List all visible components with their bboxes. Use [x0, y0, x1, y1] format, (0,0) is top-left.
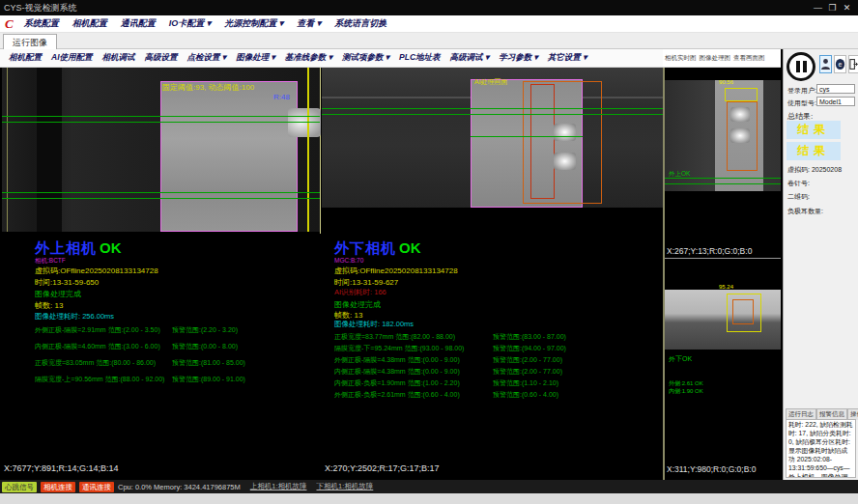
measure-row: 内侧正极-隔膜=4.60mm 范围:(3.00 - 6.00) 预警范围:(0.…	[35, 342, 325, 358]
account-badge-button[interactable]: e	[834, 55, 846, 73]
window-bottom-edge	[0, 493, 858, 504]
process-status: 图像处理完成	[334, 299, 381, 310]
app-logo-icon: C	[5, 16, 14, 32]
measure-rows-lower: 正极宽度=83.77mm 范围:(82.00 - 88.00) 预警范围:(83…	[334, 332, 653, 402]
toolbar-item[interactable]: 其它设置 ▾	[543, 52, 592, 64]
toolbar-item[interactable]: 测试项参数 ▾	[337, 52, 394, 64]
camera-name: 外上相机	[35, 239, 97, 256]
result-title-upper: 外上相机OK	[35, 239, 122, 258]
barcode-text: 虚拟码:OFfline20250208133134728	[334, 266, 458, 276]
tab-clip-blob	[554, 124, 576, 141]
menu-item[interactable]: 相机配置	[66, 17, 114, 30]
warning-range: 预警范围:(2.00 - 77.00)	[493, 355, 562, 365]
qr-code-label: 二维码:	[787, 192, 810, 202]
login-user-field[interactable]: cys	[816, 84, 855, 94]
minimize-button[interactable]: —	[811, 3, 825, 13]
ai-frame-label: AI处理画面	[474, 77, 508, 87]
exit-button[interactable]	[848, 55, 858, 73]
roi-rectangle	[160, 81, 298, 232]
measure-row: 外侧正极-隔膜=2.91mm 范围:(2.00 - 3.50) 预警范围:(2.…	[35, 325, 325, 342]
thumb-result-lines: 外侧:2.61 OK内侧:1.90 OK	[669, 379, 703, 395]
toolbar-item[interactable]: 相机调试	[98, 52, 140, 64]
virtual-code-value: 20250208	[812, 166, 842, 173]
detect-box-yellow	[725, 88, 758, 101]
baseline	[322, 108, 663, 109]
roi-id-overlay: R:48	[273, 93, 290, 101]
toolbar-item[interactable]: 高级设置	[140, 52, 183, 64]
preview-header-label[interactable]: 图像处理图	[700, 54, 731, 63]
ai-elapsed: AI识别耗时: 166	[334, 288, 386, 297]
thumbnail-upper-camera[interactable]: 90.56 外上OK X:267;Y:13;R:0;G:0;B:0	[665, 68, 781, 259]
measure-value: 内侧正极-负极=1.90mm 范围:(1.00 - 2.20)	[334, 379, 460, 386]
thumb-ok-text: 外下OK	[669, 354, 692, 364]
measure-value: 正极宽度=83.77mm 范围:(82.00 - 88.00)	[334, 333, 455, 340]
baseline	[2, 198, 320, 199]
app-window: CYS-视觉检测系统 — ❐ ✕ C 系统配置相机配置通讯配置IO卡配置 ▾光源…	[0, 0, 858, 504]
menu-item[interactable]: 系统语言切换	[328, 17, 393, 30]
toolbar-item[interactable]: 相机配置	[4, 52, 46, 64]
measure-value: 隔膜宽度-上=90.56mm 范围:(88.00 - 92.00)	[35, 376, 164, 382]
menu-item[interactable]: 光源控制配置 ▾	[217, 17, 290, 30]
badge-icon: e	[835, 58, 845, 70]
toolbar-item[interactable]: 图像处理 ▾	[231, 52, 280, 64]
pixel-coords-upper: X:7677;Y:891;R:14;G:14;B:14	[4, 463, 119, 473]
upper-camera-fault-link[interactable]: 上相机1:相机故障	[250, 482, 307, 491]
camera-image-lower[interactable]: AI处理画面	[322, 68, 663, 208]
toolbar-item[interactable]: AI使用配置	[46, 52, 98, 64]
exit-door-icon	[849, 58, 858, 70]
measure-value: 外侧正极-负极=2.61mm 范围:(0.60 - 4.00)	[334, 391, 460, 398]
camera-serial: MGC:B:70	[334, 257, 363, 264]
camera-connect-badge: 相机连接	[41, 482, 75, 492]
elapsed-time: 图像处理耗时: 256.00ms	[35, 312, 114, 322]
measure-value: 正极宽度=83.05mm 范围:(80.00 - 86.00)	[35, 359, 156, 366]
thumbnail-lower-camera[interactable]: 95.24 外下OK 外侧:2.61 OK内侧:1.90 OK X:311;Y:…	[665, 260, 781, 480]
toolbar: 相机配置AI使用配置相机调试高级设置点检设置 ▾图像处理 ▾基准线参数 ▾测试项…	[0, 49, 663, 68]
pixel-coords: X:267;Y:13;R:0;G:0;B:0	[667, 246, 752, 256]
thumb-image: 95.24	[665, 290, 781, 350]
warning-range: 预警范围:(0.60 - 4.00)	[493, 390, 558, 400]
lower-camera-fault-link[interactable]: 下相机1:相机故障	[317, 482, 374, 491]
status-bar: 心跳信号 相机连接 通讯连接 Cpu: 0.0% Memory: 3424.41…	[0, 480, 858, 493]
warning-range: 预警范围:(94.00 - 97.00)	[493, 344, 566, 353]
thumb-result-line: 内侧:1.90 OK	[669, 387, 703, 395]
preview-header-label[interactable]: 相机实时图	[665, 54, 697, 63]
result-box-2: 结果	[786, 142, 841, 160]
toolbar-item[interactable]: 点检设置 ▾	[183, 52, 232, 64]
pause-button[interactable]	[786, 52, 815, 81]
toolbar-item[interactable]: 学习参数 ▾	[494, 52, 543, 64]
pause-icon	[803, 61, 807, 72]
user-icon	[820, 58, 831, 70]
toolbar-item[interactable]: 高级调试 ▾	[445, 52, 495, 64]
warning-range: 预警范围:(0.00 - 8.00)	[172, 342, 238, 351]
pin-number-label: 卷针号:	[787, 179, 810, 188]
preview-header-label[interactable]: 查看画面图	[733, 54, 765, 63]
toolbar-item[interactable]: 基准线参数 ▾	[280, 52, 337, 64]
measure-value: 外侧正极-隔膜=4.38mm 范围:(0.00 - 9.00)	[334, 356, 460, 363]
maximize-button[interactable]: ❐	[825, 3, 840, 13]
model-field[interactable]: Model1	[816, 97, 855, 106]
user-login-button[interactable]	[819, 55, 832, 73]
measure-value: 内侧正极-隔膜=4.38mm 范围:(0.00 - 9.00)	[334, 368, 460, 375]
pixel-coords: X:311;Y:980;R:0;G:0;B:0	[667, 464, 756, 474]
menu-item[interactable]: 系统配置	[17, 17, 66, 30]
virtual-code-label: 虚拟码:	[787, 166, 810, 173]
menu-item[interactable]: IO卡配置 ▾	[162, 17, 218, 30]
baseline	[2, 122, 320, 123]
measure-rows-upper: 外侧正极-隔膜=2.91mm 范围:(2.00 - 3.50) 预警范围:(2.…	[35, 325, 325, 391]
measure-row: 外侧正极-负极=2.61mm 范围:(0.60 - 4.00) 预警范围:(0.…	[334, 390, 653, 402]
close-button[interactable]: ✕	[840, 3, 854, 13]
detect-box-inner	[530, 84, 555, 199]
measure-mark: 90.56	[719, 79, 733, 85]
toolbar-item[interactable]: PLC地址表	[394, 52, 445, 64]
frame-count: 帧数: 13	[35, 300, 63, 311]
camera-image-upper[interactable]: 固定阈值:93, 动态阈值:100 R:48	[2, 68, 320, 232]
menu-item[interactable]: 查看 ▾	[290, 17, 328, 30]
barcode-text: 虚拟码:OFfline20250208133134728	[35, 266, 158, 276]
toolbar-items: 相机配置AI使用配置相机调试高级设置点检设置 ▾图像处理 ▾基准线参数 ▾测试项…	[4, 52, 591, 64]
tab-count-label: 负极耳数量:	[787, 207, 823, 216]
pixel-coords-lower: X:270;Y:2502;R:17;G:17;B:17	[325, 463, 440, 473]
menu-item[interactable]: 通讯配置	[114, 17, 162, 30]
tab-run-image[interactable]: 运行图像	[3, 34, 57, 49]
reference-line-vertical	[307, 68, 309, 232]
camera-serial: 相机:BCTF	[35, 257, 66, 266]
